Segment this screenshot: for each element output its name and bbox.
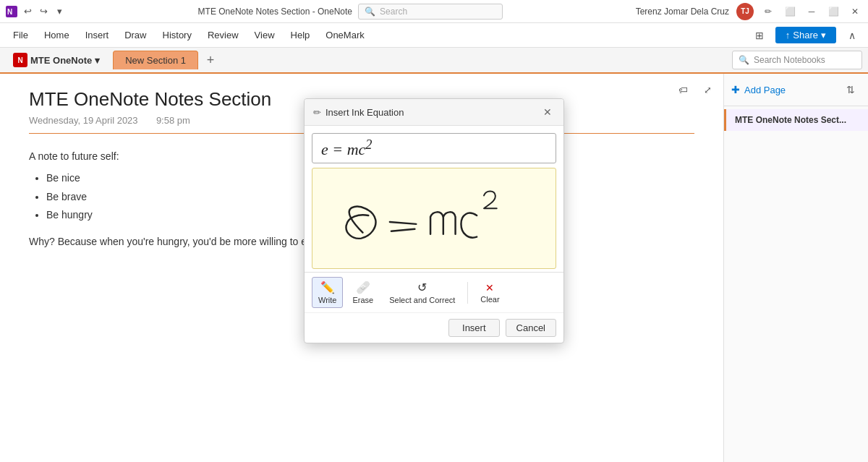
- menu-onemark[interactable]: OneMark: [318, 27, 371, 43]
- cancel-button[interactable]: Cancel: [506, 319, 556, 337]
- title-bar: N ↩ ↪ ▾ MTE OneNote Notes Section - OneN…: [0, 0, 868, 23]
- menu-review[interactable]: Review: [200, 27, 246, 43]
- redo-icon[interactable]: ↪: [38, 6, 49, 17]
- menu-home[interactable]: Home: [37, 27, 77, 43]
- page-title: MTE OneNote Notes Sect...: [735, 115, 846, 125]
- add-section-button[interactable]: +: [201, 51, 220, 69]
- drawing-area[interactable]: [312, 168, 556, 269]
- clear-tool-button[interactable]: ✕ Clear: [474, 278, 506, 307]
- handwritten-equation-svg: [312, 168, 556, 268]
- equation-icon: ✏: [313, 107, 321, 118]
- notebook-view-icon[interactable]: ⊞: [749, 25, 770, 46]
- share-label: Share: [793, 30, 818, 40]
- screen-icon[interactable]: ⬜: [783, 4, 797, 19]
- equation-preview: e = mc2: [312, 133, 556, 163]
- write-tool-button[interactable]: ✏️ Write: [312, 277, 343, 308]
- share-dropdown-icon: ▾: [821, 30, 826, 40]
- menu-bar: File Home Insert Draw History Review Vie…: [0, 23, 868, 48]
- sidebar-toolbar: ✚ Add Page ⇅: [724, 74, 868, 106]
- sort-icon[interactable]: ⇅: [841, 80, 861, 100]
- search-placeholder: Search: [380, 7, 407, 17]
- dialog-footer: Insert Cancel: [305, 312, 563, 343]
- expand-icon[interactable]: ⤢: [697, 80, 718, 100]
- svg-line-2: [390, 222, 416, 224]
- write-label: Write: [318, 296, 336, 304]
- erase-label: Erase: [352, 296, 373, 304]
- ink-equation-dialog: ✏ Insert Ink Equation ✕ e = mc2: [304, 98, 564, 343]
- tab-bar: N MTE OneNote ▾ New Section 1 + 🔍 Search…: [0, 48, 868, 74]
- svg-text:N: N: [7, 8, 12, 16]
- title-bar-center: MTE OneNote Notes Section - OneNote 🔍 Se…: [65, 4, 636, 20]
- title-bar-left: N ↩ ↪ ▾: [6, 6, 65, 17]
- search-notebooks-placeholder: Search Notebooks: [754, 55, 825, 65]
- title-bar-right: Terenz Jomar Dela Cruz TJ ✏ ⬜ ─ ⬜ ✕: [636, 3, 862, 20]
- tool-separator: [467, 282, 468, 304]
- menu-bar-right: ⊞ ↑ Share ▾ ∧: [749, 25, 862, 46]
- user-avatar: TJ: [736, 3, 754, 20]
- maximize-button[interactable]: ⬜: [826, 4, 841, 19]
- menu-view[interactable]: View: [247, 27, 282, 43]
- add-page-label: Add Page: [744, 85, 786, 95]
- title-search-bar[interactable]: 🔍 Search: [358, 4, 503, 20]
- svg-line-3: [391, 229, 415, 231]
- menu-file[interactable]: File: [6, 27, 35, 43]
- share-button[interactable]: ↑ Share ▾: [775, 27, 836, 43]
- add-page-button[interactable]: ✚ Add Page: [731, 84, 835, 95]
- menu-help[interactable]: Help: [284, 27, 318, 43]
- share-icon: ↑: [786, 30, 791, 40]
- minimize-button[interactable]: ─: [804, 4, 819, 19]
- menu-draw[interactable]: Draw: [117, 27, 153, 43]
- top-icons: 🏷 ⤢: [673, 80, 718, 100]
- search-notebooks-input[interactable]: 🔍 Search Notebooks: [732, 51, 862, 69]
- onenote-logo-icon: N: [6, 6, 17, 17]
- notebook-name: MTE OneNote: [30, 55, 92, 66]
- quick-access-icon[interactable]: ▾: [54, 6, 65, 17]
- user-name: Terenz Jomar Dela Cruz: [636, 7, 729, 17]
- section-tab-label: New Section 1: [125, 55, 186, 66]
- select-correct-icon: ↺: [417, 281, 427, 294]
- select-correct-label: Select and Correct: [389, 296, 455, 304]
- tag-icon[interactable]: 🏷: [673, 80, 693, 100]
- clear-icon: ✕: [485, 282, 494, 294]
- insert-button[interactable]: Insert: [448, 319, 500, 337]
- menu-history[interactable]: History: [156, 27, 199, 43]
- dialog-header: ✏ Insert Ink Equation ✕: [305, 99, 563, 126]
- close-button[interactable]: ✕: [848, 4, 862, 19]
- add-page-icon: ✚: [731, 84, 740, 95]
- menu-insert[interactable]: Insert: [78, 27, 116, 43]
- write-icon: ✏️: [320, 281, 335, 294]
- notebook-selector[interactable]: N MTE OneNote ▾: [6, 50, 107, 70]
- dialog-title: Insert Ink Equation: [326, 107, 540, 118]
- edit-icon[interactable]: ✏: [761, 4, 775, 19]
- erase-tool-button[interactable]: 🩹 Erase: [346, 277, 380, 308]
- section-tab[interactable]: New Section 1: [113, 51, 198, 69]
- erase-icon: 🩹: [356, 281, 370, 294]
- search-notebooks-icon: 🔍: [739, 55, 749, 65]
- equation-text: e = mc2: [321, 137, 372, 159]
- sidebar-pages: MTE OneNote Notes Sect...: [724, 106, 868, 134]
- page-item[interactable]: MTE OneNote Notes Sect...: [724, 109, 868, 131]
- tab-bar-right: 🔍 Search Notebooks: [732, 51, 862, 69]
- app-title: MTE OneNote Notes Section - OneNote: [198, 7, 352, 17]
- dialog-toolbar: ✏️ Write 🩹 Erase ↺ Select and Correct ✕ …: [305, 272, 563, 312]
- dialog-close-button[interactable]: ✕: [540, 105, 555, 119]
- collapse-ribbon-icon[interactable]: ∧: [842, 25, 862, 46]
- notebook-dropdown-icon: ▾: [95, 55, 100, 66]
- select-correct-tool-button[interactable]: ↺ Select and Correct: [383, 277, 461, 308]
- undo-icon[interactable]: ↩: [22, 6, 33, 17]
- notebook-icon: N: [13, 53, 27, 67]
- clear-label: Clear: [480, 295, 499, 304]
- right-sidebar: ✚ Add Page ⇅ MTE OneNote Notes Sect...: [723, 74, 868, 462]
